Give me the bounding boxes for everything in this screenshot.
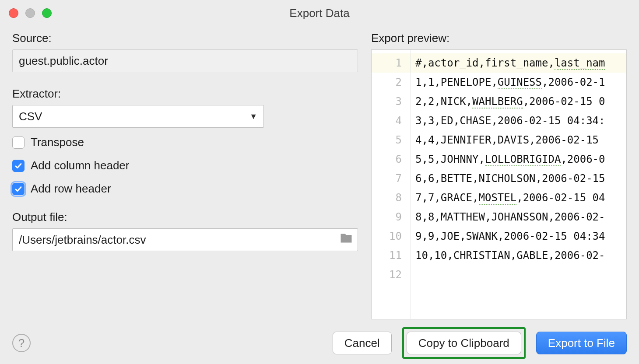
output-file-label: Output file:	[12, 210, 358, 224]
dialog-footer: ? Cancel Copy to Clipboard Export to Fil…	[0, 322, 639, 364]
line-number: 3	[372, 92, 411, 111]
output-file-field[interactable]: /Users/jetbrains/actor.csv	[12, 228, 358, 251]
settings-pane: Source: guest.public.actor Extractor: CS…	[12, 30, 358, 319]
preview-line: 4,4,JENNIFER,DAVIS,2006-02-15	[411, 130, 626, 150]
cancel-button[interactable]: Cancel	[333, 332, 392, 354]
extractor-value: CSV	[19, 110, 42, 123]
source-field[interactable]: guest.public.actor	[12, 49, 358, 72]
preview-lines: #,actor_id,first_name,last_nam1,1,PENELO…	[411, 50, 626, 319]
typo-span: MOSTEL	[479, 192, 517, 205]
line-number: 6	[372, 150, 411, 169]
copy-to-clipboard-button[interactable]: Copy to Clipboard	[407, 332, 521, 354]
line-number: 10	[372, 227, 411, 246]
typo-span: LOLLOBRIGIDA	[485, 153, 561, 166]
preview-line: 3,3,ED,CHASE,2006-02-15 04:34:	[411, 111, 626, 130]
preview-line: 8,8,MATTHEW,JOHANSSON,2006-02-	[411, 207, 626, 227]
line-number: 1	[372, 53, 411, 73]
preview-line: 1,1,PENELOPE,GUINESS,2006-02-1	[411, 73, 626, 92]
typo-span: last_nam	[555, 57, 605, 70]
typo-span: GUINESS	[498, 76, 542, 89]
line-number: 7	[372, 169, 411, 188]
add-row-header-checkbox[interactable]	[12, 183, 25, 195]
line-number: 2	[372, 73, 411, 92]
titlebar: Export Data	[0, 0, 639, 26]
add-column-header-checkbox[interactable]	[12, 160, 25, 172]
help-icon[interactable]: ?	[12, 334, 31, 352]
highlight-annotation: Copy to Clipboard	[402, 327, 526, 359]
source-value: guest.public.actor	[19, 54, 108, 68]
line-number: 5	[372, 130, 411, 150]
extractor-label: Extractor:	[12, 87, 358, 101]
line-number: 9	[372, 207, 411, 227]
preview-line: 9,9,JOE,SWANK,2006-02-15 04:34	[411, 227, 626, 246]
line-number: 8	[372, 188, 411, 207]
export-to-file-button[interactable]: Export to File	[536, 332, 627, 354]
preview-line: 7,7,GRACE,MOSTEL,2006-02-15 04	[411, 188, 626, 207]
preview-line: 10,10,CHRISTIAN,GABLE,2006-02-	[411, 246, 626, 265]
folder-icon[interactable]	[340, 232, 353, 248]
line-number: 11	[372, 246, 411, 265]
typo-span: WAHLBERG	[472, 95, 523, 108]
preview-gutter: 123456789101112	[372, 50, 411, 319]
preview-box[interactable]: 123456789101112 #,actor_id,first_name,la…	[371, 49, 627, 319]
add-column-header-label: Add column header	[31, 159, 129, 172]
line-number: 4	[372, 111, 411, 130]
source-label: Source:	[12, 32, 358, 45]
preview-line: #,actor_id,first_name,last_nam	[411, 53, 626, 73]
extractor-select[interactable]: CSV ▼	[12, 105, 264, 128]
output-file-value: /Users/jetbrains/actor.csv	[19, 233, 146, 247]
preview-label: Export preview:	[371, 32, 627, 45]
preview-line: 2,2,NICK,WAHLBERG,2006-02-15 0	[411, 92, 626, 111]
transpose-label: Transpose	[31, 136, 84, 149]
preview-line: 5,5,JOHNNY,LOLLOBRIGIDA,2006-0	[411, 150, 626, 169]
add-row-header-label: Add row header	[31, 182, 111, 196]
preview-line: 6,6,BETTE,NICHOLSON,2006-02-15	[411, 169, 626, 188]
line-number: 12	[372, 265, 411, 284]
preview-line	[411, 265, 626, 284]
preview-pane: Export preview: 123456789101112 #,actor_…	[371, 30, 627, 319]
chevron-down-icon: ▼	[249, 112, 257, 121]
transpose-checkbox[interactable]	[12, 136, 25, 149]
window-title: Export Data	[0, 7, 639, 20]
